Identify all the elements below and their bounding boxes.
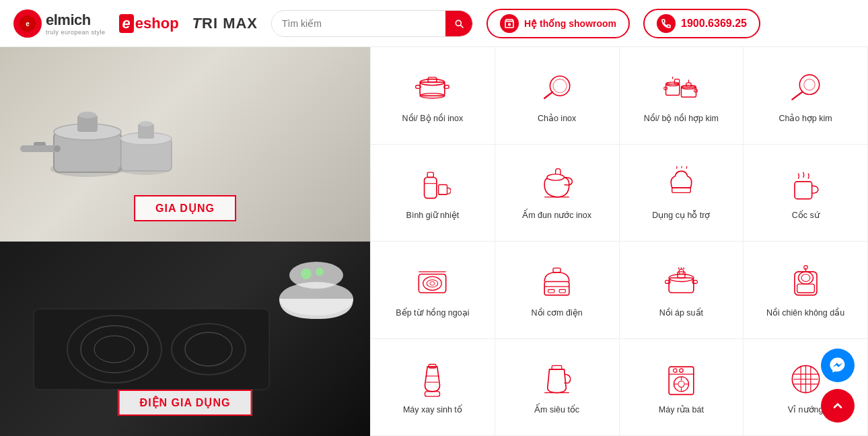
- elmich-tagline: truly european style: [46, 29, 106, 36]
- banner-gia-dung[interactable]: GIA DỤNG: [0, 47, 370, 242]
- svg-point-41: [553, 79, 567, 93]
- cat-vi-nuong-label: Vỉ nướng: [788, 404, 824, 415]
- cat-am-dun[interactable]: Ấm đun nước inox: [495, 145, 620, 242]
- phone-button[interactable]: 1900.6369.25: [643, 9, 760, 38]
- svg-point-100: [678, 381, 684, 387]
- svg-point-54: [803, 79, 815, 90]
- cat-noi-com[interactable]: Nồi cơm điện: [495, 242, 620, 339]
- cat-chao-hop-kim[interactable]: Chảo hợp kim: [744, 47, 868, 145]
- air-fryer-icon: [785, 262, 826, 302]
- messenger-float-button[interactable]: [821, 349, 855, 382]
- svg-point-32: [316, 268, 324, 276]
- main-content: GIA DỤNG: [0, 47, 868, 436]
- pots-set-icon: [661, 67, 701, 108]
- electric-kettle-icon: [537, 359, 577, 399]
- banners: GIA DỤNG: [0, 47, 370, 436]
- svg-point-67: [430, 282, 435, 286]
- cat-dung-cu-label: Dụng cụ hỗ trợ: [652, 210, 710, 221]
- cat-may-xay[interactable]: Máy xay sinh tố: [371, 339, 495, 437]
- cat-noi-chien-label: Nồi chiên không dầu: [766, 307, 844, 318]
- svg-text:e: e: [26, 20, 30, 28]
- cat-noi-ap-suat[interactable]: Nồi áp suất: [620, 242, 744, 339]
- trimax-t: T: [192, 15, 202, 32]
- svg-rect-55: [428, 172, 434, 177]
- logo-eshop[interactable]: eeshop: [119, 14, 179, 33]
- scroll-top-button[interactable]: [821, 389, 855, 423]
- search-input[interactable]: [272, 13, 445, 34]
- svg-rect-23: [34, 309, 269, 390]
- svg-rect-73: [559, 290, 565, 293]
- cat-bep-tu[interactable]: Bếp từ/ hồng ngoại: [371, 242, 495, 339]
- cat-am-sieu-toc-label: Ấm siêu tốc: [534, 404, 579, 415]
- svg-point-106: [680, 369, 684, 373]
- category-grid: Nồi/ Bộ nồi inox Chảo inox: [370, 47, 868, 436]
- svg-point-3: [509, 24, 511, 26]
- cat-noi-inox[interactable]: Nồi/ Bộ nồi inox: [371, 47, 495, 145]
- blender-icon: [412, 359, 453, 399]
- cat-noi-hop-kim[interactable]: Nồi/ bộ nồi hợp kim: [620, 47, 744, 145]
- logo-elmich[interactable]: e elmich truly european style: [13, 9, 106, 38]
- search-button[interactable]: [445, 11, 472, 36]
- banner-dien-gia-dung[interactable]: ĐIỆN GIA DỤNG: [0, 242, 370, 436]
- phone-icon: [657, 14, 676, 33]
- svg-point-20: [139, 121, 153, 126]
- svg-point-85: [798, 272, 813, 284]
- pan-magnify-icon: [785, 67, 826, 108]
- svg-rect-83: [795, 272, 817, 295]
- cat-bep-tu-label: Bếp từ/ hồng ngoại: [396, 307, 469, 318]
- cat-noi-chien[interactable]: Nồi chiên không dầu: [744, 242, 868, 339]
- cat-chao-hop-kim-label: Chảo hợp kim: [779, 113, 832, 124]
- cat-coc-su[interactable]: Cốc sứ: [744, 145, 868, 242]
- cat-dung-cu[interactable]: Dụng cụ hỗ trợ: [620, 145, 744, 242]
- svg-line-53: [792, 92, 802, 100]
- cat-may-rua-bat[interactable]: Máy rửa bát: [620, 339, 744, 437]
- cat-chao-inox[interactable]: Chảo inox: [495, 47, 620, 145]
- pressure-cooker-icon: [661, 262, 701, 302]
- cat-may-rua-bat-label: Máy rửa bát: [659, 404, 704, 415]
- banner-dien-gia-dung-label: ĐIỆN GIA DỤNG: [118, 390, 252, 416]
- cat-am-dun-label: Ấm đun nước inox: [522, 210, 591, 221]
- svg-point-60: [547, 174, 565, 180]
- svg-line-40: [544, 92, 552, 98]
- svg-point-13: [79, 112, 96, 118]
- svg-point-105: [673, 369, 677, 373]
- cat-noi-hop-kim-label: Nồi/ bộ nồi hợp kim: [644, 113, 719, 124]
- header: e elmich truly european style eeshop TRI…: [0, 0, 868, 47]
- svg-rect-63: [795, 182, 812, 199]
- svg-rect-21: [20, 145, 57, 152]
- svg-point-31: [301, 268, 312, 279]
- cat-binh-giu-nhiet-label: Bình giữ nhiệt: [406, 210, 460, 221]
- svg-point-86: [801, 275, 810, 282]
- svg-point-30: [289, 262, 343, 289]
- elmich-circle-icon: e: [13, 9, 42, 38]
- svg-rect-58: [439, 184, 447, 194]
- cat-noi-com-label: Nồi cơm điện: [532, 307, 583, 318]
- svg-rect-90: [429, 364, 436, 368]
- logo-trimax[interactable]: TRI MAX: [192, 15, 258, 32]
- thermos-icon: [412, 164, 453, 205]
- cat-binh-giu-nhiet[interactable]: Bình giữ nhiệt: [371, 145, 495, 242]
- cat-chao-inox-label: Chảo inox: [538, 113, 576, 124]
- pot-icon: [412, 67, 453, 108]
- svg-rect-72: [548, 290, 554, 293]
- cat-coc-su-label: Cốc sứ: [792, 210, 820, 221]
- kettle-icon: [537, 164, 577, 205]
- svg-rect-56: [425, 177, 437, 198]
- eshop-text: eshop: [135, 15, 179, 32]
- svg-point-66: [427, 280, 439, 287]
- mug-icon: [785, 164, 826, 205]
- trimax-text: RI MAX: [202, 15, 258, 32]
- showroom-button[interactable]: Hệ thống showroom: [486, 9, 630, 38]
- banner-gia-dung-label: GIA DỤNG: [134, 195, 236, 221]
- svg-point-22: [54, 145, 61, 152]
- cat-noi-ap-suat-label: Nồi áp suất: [659, 307, 703, 318]
- dishwasher-icon: [661, 359, 701, 399]
- stove-icon: [412, 262, 453, 302]
- rice-cooker-icon: [537, 262, 577, 302]
- elmich-brand-text: elmich: [46, 11, 106, 29]
- search-bar: [271, 10, 473, 37]
- cat-am-sieu-toc[interactable]: Ấm siêu tốc: [495, 339, 620, 437]
- pan-icon: [537, 67, 577, 108]
- chef-hat-icon: [661, 164, 701, 205]
- showroom-icon: [500, 14, 519, 33]
